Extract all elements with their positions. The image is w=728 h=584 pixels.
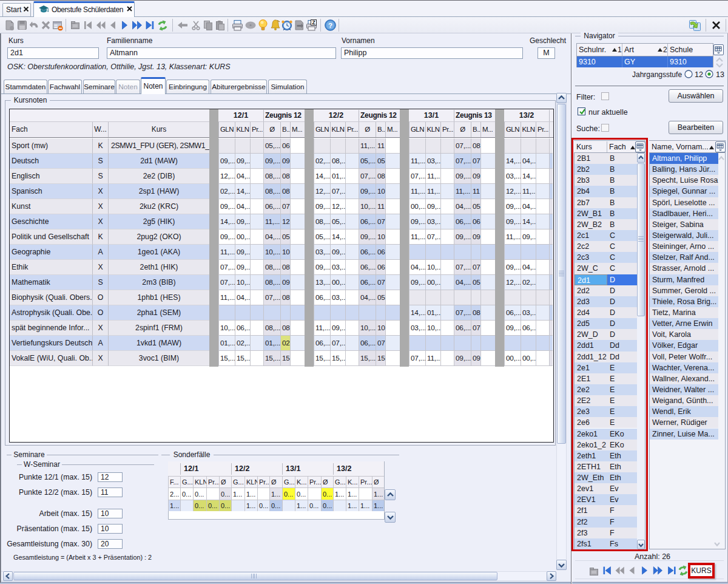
- svg-text:Z: Z: [312, 19, 315, 25]
- svg-text:?: ?: [328, 22, 332, 29]
